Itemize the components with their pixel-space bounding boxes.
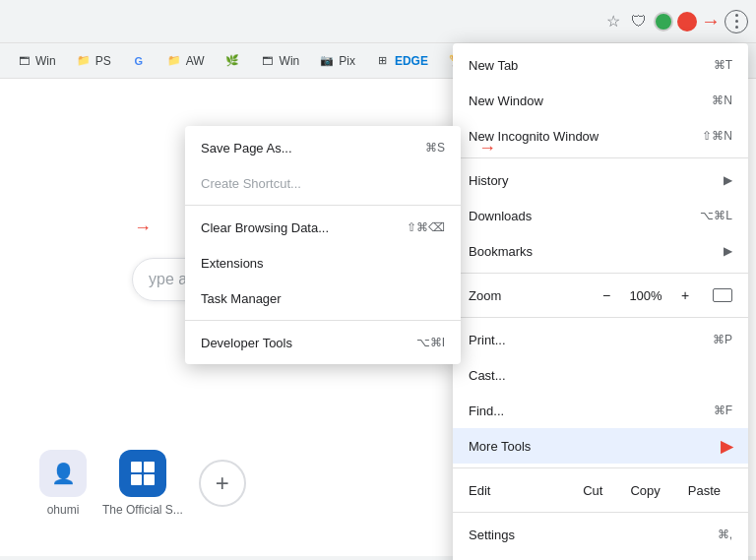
chrome-menu-button[interactable]: [724, 10, 748, 33]
menu-new-window-shortcut: ⌘N: [712, 93, 732, 107]
zoom-value: 100%: [626, 288, 665, 303]
menu-cast[interactable]: Cast...: [453, 357, 748, 393]
menu-history[interactable]: History ▶: [453, 162, 748, 198]
edit-paste-button[interactable]: Paste: [676, 479, 732, 502]
submenu-extensions[interactable]: Extensions: [185, 245, 461, 280]
menu-new-window[interactable]: New Window ⌘N: [453, 83, 748, 118]
zoom-decrease-button[interactable]: −: [595, 283, 618, 307]
edit-actions: Cut Copy Paste: [571, 479, 732, 502]
svg-rect-1: [144, 462, 155, 472]
zoom-controls: − 100% +: [595, 283, 732, 307]
menu-edit-label: Edit: [469, 483, 571, 498]
menu-bookmarks[interactable]: Bookmarks ▶: [453, 233, 748, 269]
bookmark-win2[interactable]: 🗔 Win: [252, 49, 308, 73]
bookmark-pix[interactable]: 📷 Pix: [311, 49, 363, 73]
thumb-official-svg: [129, 460, 157, 487]
submenu-save-page-shortcut: ⌘S: [425, 141, 445, 155]
submenu-dev-tools-label: Developer Tools: [201, 336, 416, 350]
menu-downloads-shortcut: ⌥⌘L: [700, 209, 732, 222]
menu-print-shortcut: ⌘P: [713, 333, 732, 346]
menu-more-tools-label: More Tools: [469, 439, 713, 454]
menu-find[interactable]: Find... ⌘F: [453, 393, 748, 428]
menu-print[interactable]: Print... ⌘P: [453, 322, 748, 357]
shield-icon[interactable]: 🛡: [628, 11, 650, 32]
menu-divider-4: [453, 467, 748, 468]
menu-divider-1: [453, 157, 748, 158]
menu-print-label: Print...: [469, 333, 713, 347]
menu-settings-label: Settings: [469, 528, 718, 542]
menu-new-incognito-shortcut: ⇧⌘N: [702, 129, 732, 143]
menu-zoom-label: Zoom: [469, 288, 595, 303]
menu-downloads-label: Downloads: [469, 209, 700, 223]
zoom-increase-button[interactable]: +: [673, 283, 697, 307]
bookmark-aw-icon: 📁: [166, 53, 182, 69]
bookmark-edge[interactable]: ⊞ EDGE: [367, 49, 436, 73]
submenu-save-page[interactable]: Save Page As... ⌘S →: [185, 130, 461, 165]
bookmark-leaf[interactable]: 🌿: [217, 49, 248, 73]
menu-new-tab[interactable]: New Tab ⌘T: [453, 47, 748, 83]
menu-bookmarks-arrow: ▶: [724, 244, 732, 258]
svg-rect-3: [144, 474, 155, 485]
account-circle-red: [677, 12, 697, 31]
toolbar-right: ☆ 🛡 →: [602, 10, 748, 33]
bookmark-win2-icon: 🗔: [260, 53, 276, 69]
bookmark-leaf-icon: 🌿: [224, 53, 240, 69]
menu-new-incognito[interactable]: New Incognito Window ⇧⌘N: [453, 118, 748, 154]
menu-history-label: History: [469, 173, 716, 188]
submenu-clear-browsing-shortcut: ⇧⌘⌫: [407, 220, 445, 234]
bookmark-g-icon: G: [131, 53, 147, 69]
zoom-fullscreen-button[interactable]: [713, 288, 732, 302]
menu-divider-2: [453, 273, 748, 274]
arrow-icon: →: [701, 10, 721, 32]
menu-help[interactable]: Help ▶: [453, 552, 748, 560]
more-tools-submenu: Save Page As... ⌘S → Create Shortcut... …: [185, 126, 461, 364]
menu-cast-label: Cast...: [469, 368, 732, 383]
menu-downloads[interactable]: Downloads ⌥⌘L: [453, 198, 748, 233]
clear-browsing-arrow: →: [134, 218, 152, 238]
menu-more-tools-arrow: ▶: [721, 437, 732, 456]
submenu-save-page-label: Save Page As...: [201, 141, 425, 156]
submenu-create-shortcut[interactable]: Create Shortcut...: [185, 165, 461, 201]
submenu-clear-browsing-label: Clear Browsing Data...: [201, 220, 407, 235]
bookmark-edge-icon: ⊞: [375, 53, 391, 69]
submenu-dev-tools[interactable]: Developer Tools ⌥⌘I: [185, 325, 461, 360]
menu-zoom-row: Zoom − 100% +: [453, 278, 748, 313]
submenu-extensions-label: Extensions: [201, 256, 445, 271]
submenu-create-shortcut-label: Create Shortcut...: [201, 176, 445, 191]
thumb-ohumi[interactable]: 👤 ohumi: [39, 450, 87, 517]
bookmark-g[interactable]: G: [123, 49, 155, 73]
menu-new-window-label: New Window: [469, 93, 712, 108]
svg-rect-2: [131, 474, 142, 485]
bookmark-pix-icon: 📷: [319, 53, 335, 69]
chrome-menu: New Tab ⌘T New Window ⌘N New Incognito W…: [453, 43, 748, 560]
thumb-official[interactable]: The Official S...: [102, 450, 183, 517]
menu-new-incognito-label: New Incognito Window: [469, 129, 702, 144]
submenu-task-manager[interactable]: Task Manager: [185, 280, 461, 316]
bookmark-aw[interactable]: 📁 AW: [158, 49, 213, 73]
submenu-task-manager-label: Task Manager: [201, 291, 445, 306]
save-page-arrow: →: [478, 138, 496, 158]
add-shortcut-button[interactable]: +: [199, 460, 246, 507]
menu-new-tab-label: New Tab: [469, 58, 714, 73]
menu-edit-row: Edit Cut Copy Paste: [453, 472, 748, 508]
svg-rect-0: [131, 462, 142, 472]
thumb-official-icon: [119, 450, 166, 497]
thumbnails-row: 👤 ohumi The Official S... +: [0, 450, 285, 517]
edit-cut-button[interactable]: Cut: [571, 479, 614, 502]
submenu-dev-tools-shortcut: ⌥⌘I: [416, 336, 445, 349]
bookmark-win[interactable]: 🗔 Win: [8, 49, 64, 73]
bookmark-win-icon: 🗔: [16, 53, 32, 69]
submenu-clear-browsing[interactable]: → Clear Browsing Data... ⇧⌘⌫: [185, 210, 461, 245]
menu-history-arrow: ▶: [724, 173, 732, 187]
account-circle-green: [654, 12, 673, 31]
thumb-official-label: The Official S...: [102, 503, 183, 517]
menu-find-label: Find...: [469, 404, 714, 418]
edit-copy-button[interactable]: Copy: [618, 479, 671, 502]
thumb-ohumi-icon: 👤: [39, 450, 87, 497]
menu-settings[interactable]: Settings ⌘,: [453, 517, 748, 552]
bookmark-ps[interactable]: 📁 PS: [68, 49, 119, 73]
menu-divider-3: [453, 317, 748, 318]
bookmark-star-icon[interactable]: ☆: [602, 11, 624, 32]
menu-more-tools[interactable]: More Tools ▶: [453, 428, 748, 464]
bookmark-ps-icon: 📁: [76, 53, 92, 69]
